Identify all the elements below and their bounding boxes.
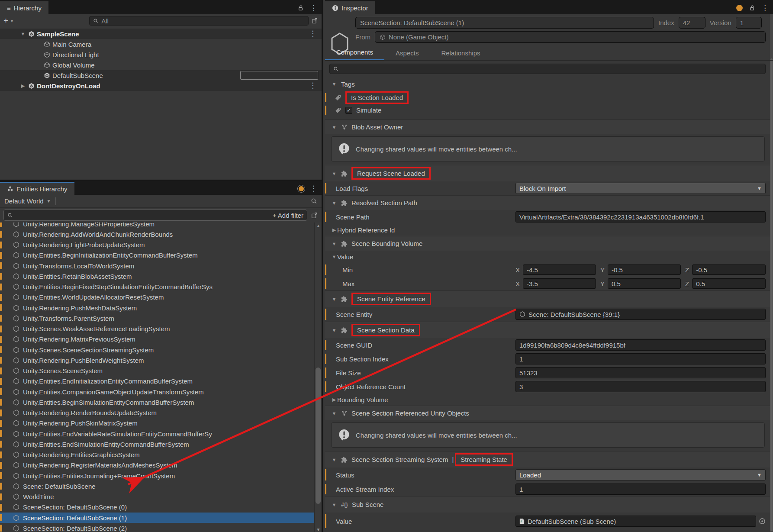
kebab-icon[interactable]: ⋮ <box>761 4 769 12</box>
foldout-open-icon[interactable]: ▼ <box>331 241 337 246</box>
entity-row[interactable]: Unity.Rendering.RegisterMaterialsAndMesh… <box>0 460 314 471</box>
kebab-icon[interactable]: ⋮ <box>309 82 316 89</box>
tab-hierarchy[interactable]: ≡ Hierarchy <box>0 1 48 14</box>
hierarchy-row[interactable]: ▶ DontDestroyOnLoad ⋮ <box>0 81 322 91</box>
entity-row[interactable]: Unity.Rendering.PushMeshDataSystem <box>0 303 314 313</box>
min-y-field[interactable]: -0.5 <box>608 264 681 275</box>
entity-row[interactable]: Unity.Rendering.PushSkinMatrixSystem <box>0 418 314 429</box>
entity-row[interactable]: Scene: DefaultSubScene <box>0 481 314 491</box>
scroll-down-icon[interactable]: ▼ <box>315 527 322 532</box>
file-size-field[interactable]: 51323 <box>515 367 766 378</box>
entity-row[interactable]: Unity.Rendering.RenderBoundsUpdateSystem <box>0 408 314 418</box>
entity-row[interactable]: Unity.Entities.BeginSimulationEntityComm… <box>0 397 314 407</box>
section-streaming-state[interactable]: ▼ Scene Section Streaming System | Strea… <box>325 451 770 468</box>
add-filter-button[interactable]: + Add filter <box>273 212 303 219</box>
hierarchy-row[interactable]: Directional Light ⋮ <box>0 49 322 60</box>
load-flags-dropdown[interactable]: Block On Import▼ <box>515 183 766 194</box>
section-resolved-section-path[interactable]: ▼ Resolved Section Path <box>325 195 770 210</box>
kebab-icon[interactable]: ⋮ <box>309 30 316 37</box>
scroll-up-icon[interactable]: ▲ <box>315 223 322 228</box>
entity-row[interactable]: Unity.Transforms.LocalToWorldSystem <box>0 261 314 271</box>
index-field[interactable]: 42 <box>679 17 705 29</box>
section-blob-asset-owner[interactable]: ▼ Blob Asset Owner <box>325 119 770 134</box>
entity-row[interactable]: Unity.Entities.BeginFixedStepSimulationE… <box>0 282 314 292</box>
section-sub-scene[interactable]: ▼ #{} Sub Scene <box>325 496 770 513</box>
entity-row[interactable]: Unity.Rendering.MatrixPreviousSystem <box>0 334 314 345</box>
entity-row[interactable]: WorldTime <box>0 492 314 502</box>
open-new-window-icon[interactable] <box>311 17 318 24</box>
components-search-input[interactable] <box>329 64 766 74</box>
entity-row[interactable]: Unity.Scenes.SceneSectionStreamingSystem <box>0 345 314 355</box>
entity-row[interactable]: Unity.Entities.CompanionGameObjectUpdate… <box>0 387 314 397</box>
object-reference-count-field[interactable]: 3 <box>515 381 766 392</box>
foldout-open-icon[interactable]: ▼ <box>331 411 337 416</box>
entity-row[interactable]: SceneSection: DefaultSubScene (1) <box>0 513 314 523</box>
scrollbar-thumb[interactable] <box>770 58 773 531</box>
orange-status-dot[interactable] <box>736 5 743 11</box>
foldout-open-icon[interactable]: ▼ <box>331 502 337 507</box>
section-scene-entity-reference[interactable]: ▼ Scene Entity Reference <box>325 290 770 307</box>
foldout-open-icon[interactable]: ▼ <box>331 125 337 130</box>
sub-scene-object-field[interactable]: # DefaultSubScene (Sub Scene) <box>515 516 756 527</box>
entity-row[interactable]: Unity.Rendering.PushBlendWeightSystem <box>0 355 314 365</box>
kebab-icon[interactable]: ⋮ <box>310 185 317 192</box>
simulate-checkbox[interactable]: ✓ <box>345 107 352 114</box>
section-request-scene-loaded[interactable]: ▼ Request Scene Loaded <box>325 165 770 181</box>
section-referenced-unity-objects[interactable]: ▼ Scene Section Referenced Unity Objects <box>325 406 770 420</box>
lock-icon[interactable] <box>749 5 755 11</box>
tab-inspector[interactable]: Inspector <box>325 1 375 14</box>
scene-path-field[interactable]: VirtualArtifacts/Extra/38/384392c2231913… <box>515 211 766 222</box>
active-stream-index-field[interactable]: 1 <box>515 484 766 495</box>
entity-row[interactable]: Unity.Rendering.AddWorldAndChunkRenderBo… <box>0 229 314 239</box>
foldout-icon[interactable]: ▶ <box>20 83 26 89</box>
entity-row[interactable]: Unity.Rendering.ManageSHPropertiesSystem <box>0 222 314 229</box>
foldout-closed-icon[interactable]: ▶ <box>331 397 337 403</box>
scene-entity-field[interactable]: Scene: DefaultSubScene {39:1} <box>515 309 766 320</box>
entities-search-input[interactable]: + Add filter <box>3 210 307 221</box>
hierarchy-search-input[interactable]: All <box>89 16 309 26</box>
prop-hybrid-reference-id[interactable]: ▶ Hybrid Reference Id <box>325 224 770 236</box>
entity-row[interactable]: Unity.Entities.RetainBlobAssetSystem <box>0 271 314 281</box>
sub-section-index-field[interactable]: 1 <box>515 353 766 364</box>
section-scene-section-data[interactable]: ▼ Scene Section Data <box>325 322 770 338</box>
max-z-field[interactable]: 0.5 <box>692 278 766 289</box>
status-dropdown[interactable]: Loaded▼ <box>515 469 766 480</box>
min-x-field[interactable]: -4.5 <box>523 264 596 275</box>
foldout-open-icon[interactable]: ▼ <box>331 254 337 259</box>
entity-row[interactable]: SceneSection: DefaultSubScene (2) <box>0 523 314 532</box>
foldout-icon[interactable]: ▼ <box>20 31 26 36</box>
entity-row[interactable]: Unity.Entities.EndSimulationEntityComman… <box>0 439 314 449</box>
foldout-open-icon[interactable]: ▼ <box>331 81 337 87</box>
lock-icon[interactable] <box>297 5 304 11</box>
scene-guid-field[interactable]: 1d99190fa6b809d4c8e94ffddf9915bf <box>515 339 766 351</box>
entity-row[interactable]: Unity.Entities.BeginInitializationEntity… <box>0 250 314 261</box>
open-new-window-icon[interactable] <box>311 212 318 219</box>
tab-entities-hierarchy[interactable]: Entities Hierarchy <box>0 182 74 195</box>
entity-row[interactable]: Unity.Entities.WorldUpdateAllocatorReset… <box>0 292 314 303</box>
hierarchy-row[interactable]: DefaultSubScene ⋮ <box>0 70 322 81</box>
entity-row[interactable]: SceneSection: DefaultSubScene (0) <box>0 502 314 513</box>
inspector-scrollbar[interactable] <box>770 14 773 532</box>
prop-bounding-volume[interactable]: ▶ Bounding Volume <box>325 393 770 406</box>
entities-scrollbar[interactable]: ▲ ▼ <box>314 222 322 532</box>
add-icon[interactable]: + <box>3 16 8 26</box>
foldout-open-icon[interactable]: ▼ <box>331 328 337 333</box>
entity-row[interactable]: Unity.Transforms.ParentSystem <box>0 313 314 323</box>
world-selector[interactable]: Default World ▼ <box>4 197 51 205</box>
entity-row[interactable]: Unity.Entities.EndInitializationEntityCo… <box>0 376 314 387</box>
chevron-down-icon[interactable]: ▾ <box>11 19 13 23</box>
search-icon[interactable] <box>311 198 317 204</box>
section-tags[interactable]: ▼ Tags <box>325 77 770 91</box>
entity-row[interactable]: Unity.Entities.EndVariableRateSimulation… <box>0 429 314 439</box>
entity-name-field[interactable]: SceneSection: DefaultSubScene (1) <box>355 17 654 29</box>
from-object-field[interactable]: None (Game Object) <box>375 31 766 43</box>
scrollbar-thumb[interactable] <box>316 368 321 504</box>
entity-row[interactable]: Unity.Rendering.EntitiesGraphicsSystem <box>0 450 314 460</box>
hierarchy-row[interactable]: Global Volume ⋮ <box>0 60 322 70</box>
tab-aspects[interactable]: Aspects <box>384 47 430 60</box>
max-y-field[interactable]: 0.5 <box>608 278 681 289</box>
foldout-closed-icon[interactable]: ▶ <box>331 227 337 233</box>
entity-row[interactable]: Unity.Scenes.SceneSystem <box>0 366 314 376</box>
hierarchy-row[interactable]: ▼ SampleScene ⋮ <box>0 29 322 39</box>
min-z-field[interactable]: -0.5 <box>692 264 766 275</box>
